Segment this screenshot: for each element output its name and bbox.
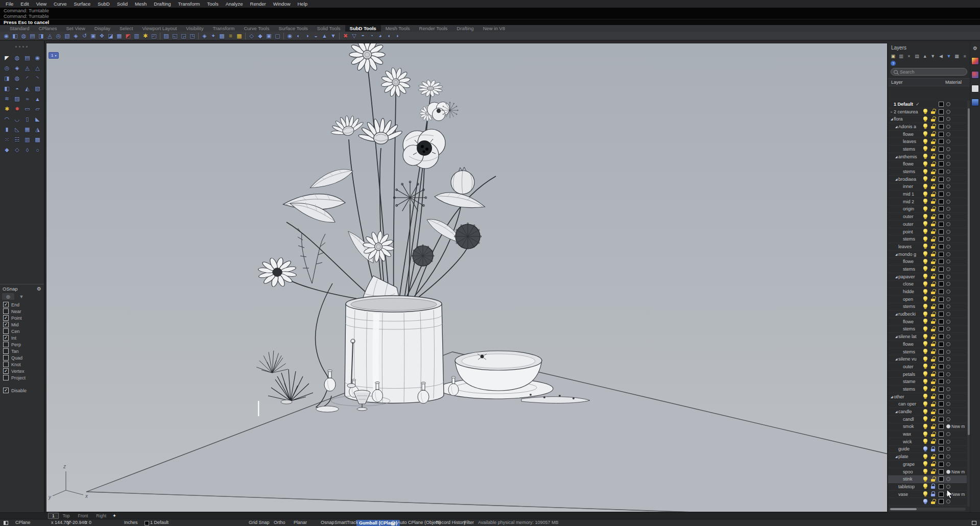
lock-cell[interactable] — [929, 266, 937, 272]
material-cell[interactable] — [945, 357, 951, 361]
material-cell[interactable] — [945, 395, 951, 399]
swatch-cell[interactable] — [937, 439, 945, 444]
layer-row-papaver[interactable]: ◢papaver — [888, 273, 967, 281]
layer-material-icon[interactable] — [946, 170, 950, 174]
checkbox[interactable]: ✓ — [3, 322, 9, 327]
material-cell[interactable] — [945, 222, 951, 226]
layer-row-outer[interactable]: outer — [888, 213, 967, 221]
subd-append-icon[interactable]: ◩ — [124, 32, 132, 40]
layer-visibility-bulb-icon[interactable] — [923, 131, 928, 137]
layer-row-outer[interactable]: outer — [888, 363, 967, 371]
layer-material-icon[interactable] — [946, 477, 950, 481]
layer-row-wick[interactable]: wick — [888, 438, 967, 446]
layer-color-swatch[interactable] — [939, 289, 944, 294]
layer-row-guide[interactable]: guide — [888, 446, 967, 453]
lock-cell[interactable] — [929, 499, 937, 505]
layer-visibility-bulb-icon[interactable] — [923, 229, 928, 234]
bulb-cell[interactable] — [922, 296, 929, 302]
layer-material-icon[interactable] — [946, 304, 950, 308]
layer-lock-icon[interactable] — [931, 199, 936, 204]
menu-window[interactable]: Window — [270, 0, 294, 8]
layer-row-open[interactable]: open — [888, 296, 967, 303]
tab-solid-tools[interactable]: Solid Tools — [313, 25, 345, 32]
bulb-cell[interactable] — [922, 124, 929, 129]
checkbox[interactable] — [3, 308, 9, 314]
layer-visibility-bulb-icon[interactable] — [923, 401, 928, 407]
lock-cell[interactable] — [929, 214, 937, 220]
subd-curve1-icon[interactable]: ◠ — [3, 115, 11, 123]
layer-row-stems[interactable]: stems — [888, 146, 967, 153]
properties-panel-tab[interactable] — [971, 85, 979, 92]
layer-visibility-bulb-icon[interactable] — [923, 416, 928, 422]
subd-mount-icon[interactable]: ▲ — [34, 95, 41, 103]
subd-box-icon[interactable]: ◧ — [11, 32, 19, 40]
lock-cell[interactable] — [929, 109, 937, 114]
status-osnap[interactable]: Osnap — [321, 519, 334, 526]
material-cell[interactable] — [945, 147, 951, 151]
material-cell[interactable] — [945, 252, 951, 256]
material-cell[interactable] — [945, 477, 951, 481]
subd-mark-icon[interactable]: ▽ — [350, 32, 358, 40]
swatch-cell[interactable] — [937, 109, 945, 114]
subd-wave-icon[interactable]: ≈ — [23, 95, 31, 103]
layer-row-silene-lat[interactable]: ◢silene lat — [888, 333, 967, 341]
bulb-cell[interactable] — [922, 401, 929, 407]
subd-pill1-icon[interactable]: ▭ — [23, 105, 31, 113]
layer-row-candle[interactable]: ◢candle — [888, 408, 967, 416]
layer-color-swatch[interactable] — [939, 372, 944, 377]
swatch-cell[interactable] — [937, 124, 945, 129]
material-cell[interactable] — [945, 365, 951, 369]
layer-row-adonis-a[interactable]: ◢Adonis a — [888, 123, 967, 131]
layer-row-wax[interactable]: wax — [888, 431, 967, 438]
command-prompt[interactable]: Press Esc to cancel — [0, 19, 980, 25]
delete-layer-icon[interactable]: × — [906, 53, 912, 59]
layer-visibility-bulb-icon[interactable] — [923, 424, 928, 429]
swatch-cell[interactable] — [937, 102, 945, 107]
subd-dome-icon[interactable]: ◓ — [13, 85, 21, 92]
layer-color-swatch[interactable] — [939, 349, 944, 354]
bulb-cell[interactable] — [922, 221, 929, 227]
lock-cell[interactable] — [929, 401, 937, 407]
layer-row-stems[interactable]: stems — [888, 168, 967, 176]
layer-material-icon[interactable] — [946, 440, 950, 444]
layer-lock-icon[interactable] — [931, 461, 936, 467]
subd-torus-tool-icon[interactable]: ◍ — [13, 75, 21, 82]
subd-cone-icon[interactable]: ◬ — [46, 32, 54, 40]
material-cell[interactable] — [945, 184, 951, 188]
subd-book-icon[interactable]: ▧ — [34, 85, 41, 92]
bulb-cell[interactable] — [922, 281, 929, 287]
layer-material-icon[interactable] — [946, 237, 950, 241]
layer-row-mid-2[interactable]: mid 2 — [888, 198, 967, 206]
layer-expand-arrow-icon[interactable]: ◢ — [894, 410, 898, 414]
new-layer-icon[interactable]: ▣ — [890, 53, 896, 59]
material-cell[interactable] — [945, 237, 951, 241]
bulb-cell[interactable] — [922, 371, 929, 377]
bulb-cell[interactable] — [922, 312, 929, 317]
status-planar[interactable]: Planar — [294, 519, 307, 526]
subd-fillet-icon[interactable]: ◪ — [107, 32, 114, 40]
swatch-cell[interactable] — [937, 342, 945, 347]
layer-lock-icon[interactable] — [931, 424, 936, 429]
bulb-cell[interactable] — [922, 469, 929, 474]
layer-lock-icon[interactable] — [931, 439, 936, 444]
viewport-title-tag[interactable]: 1 ▾ — [49, 52, 59, 59]
bulb-cell[interactable] — [922, 146, 929, 152]
checkbox[interactable] — [3, 328, 9, 334]
material-cell[interactable] — [945, 372, 951, 376]
layer-material-icon[interactable] — [946, 132, 950, 136]
layer-row-item[interactable] — [888, 498, 967, 506]
subd-ball-icon[interactable]: ◉ — [34, 54, 41, 62]
swatch-cell[interactable] — [937, 139, 945, 144]
viewport-tab-front[interactable]: Front — [74, 513, 92, 519]
lock-cell[interactable] — [929, 394, 937, 399]
checkbox[interactable]: ✓ — [3, 302, 9, 307]
bulb-cell[interactable] — [922, 192, 929, 197]
subd-revolve-icon[interactable]: ↺ — [81, 32, 88, 40]
lock-cell[interactable] — [929, 341, 937, 347]
subd-a2-icon[interactable]: ◇ — [13, 146, 21, 154]
layer-visibility-bulb-icon[interactable] — [923, 109, 928, 114]
material-cell[interactable] — [945, 200, 951, 204]
subd-flatten-icon[interactable]: ▼ — [329, 32, 337, 40]
layer-color-swatch[interactable] — [939, 297, 944, 302]
material-cell[interactable] — [945, 379, 951, 384]
